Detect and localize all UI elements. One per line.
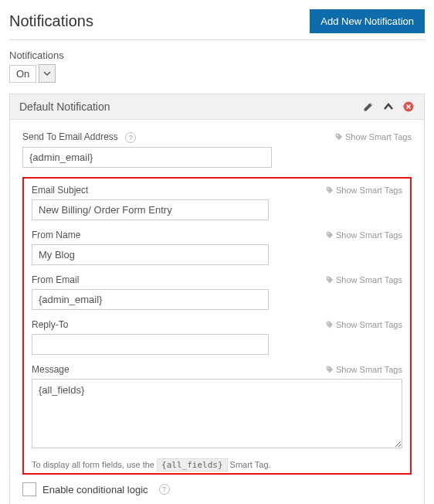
subject-label: Email Subject	[32, 185, 88, 196]
add-notification-button[interactable]: Add New Notification	[310, 9, 425, 33]
svg-point-6	[327, 367, 329, 369]
smart-tags-toggle[interactable]: Show Smart Tags	[326, 230, 402, 240]
svg-point-5	[327, 322, 329, 324]
page-title: Notifications	[9, 12, 93, 30]
collapse-button[interactable]	[382, 100, 395, 113]
notifications-toggle-dropdown[interactable]	[39, 64, 56, 83]
tag-icon	[335, 133, 343, 141]
from-email-input[interactable]	[32, 289, 269, 310]
from-name-input[interactable]	[32, 244, 269, 265]
edit-button[interactable]	[362, 100, 375, 113]
smart-tags-toggle[interactable]: Show Smart Tags	[335, 132, 412, 141]
tag-icon	[326, 231, 334, 239]
conditional-logic-row: Enable conditional logic ?	[22, 482, 412, 496]
all-fields-hint: To display all form fields, use the {all…	[32, 460, 402, 470]
conditional-logic-label: Enable conditional logic	[42, 484, 148, 495]
field-reply-to: Reply-To Show Smart Tags	[32, 319, 402, 355]
from-name-label: From Name	[32, 230, 80, 240]
smart-tags-toggle[interactable]: Show Smart Tags	[326, 365, 402, 374]
all-fields-code: {all_fields}	[157, 458, 227, 472]
reply-to-input[interactable]	[32, 334, 269, 355]
smart-tags-toggle[interactable]: Show Smart Tags	[326, 186, 402, 195]
send-to-label: Send To Email Address	[22, 131, 118, 142]
conditional-logic-checkbox[interactable]	[22, 482, 36, 496]
field-subject: Email Subject Show Smart Tags	[32, 185, 402, 220]
notifications-toggle-label: Notifications	[9, 49, 425, 61]
smart-tags-toggle[interactable]: Show Smart Tags	[326, 320, 402, 329]
panel-header: Default Notification	[10, 94, 424, 120]
tag-icon	[326, 366, 334, 373]
field-message: Message Show Smart Tags	[32, 364, 402, 451]
tag-icon	[326, 321, 334, 329]
page-header: Notifications Add New Notification	[9, 9, 425, 40]
close-circle-icon	[403, 101, 414, 112]
panel-title: Default Notification	[19, 100, 110, 113]
notifications-toggle-group: Notifications On	[9, 49, 425, 83]
from-email-label: From Email	[32, 274, 79, 285]
delete-button[interactable]	[402, 100, 415, 113]
send-to-input[interactable]	[22, 147, 272, 168]
chevron-up-icon	[383, 101, 394, 112]
subject-input[interactable]	[32, 199, 269, 220]
tag-icon	[326, 186, 334, 194]
svg-point-3	[327, 233, 329, 234]
svg-point-1	[337, 135, 338, 136]
smart-tags-toggle[interactable]: Show Smart Tags	[326, 275, 402, 284]
panel-body: Send To Email Address ? Show Smart Tags …	[10, 120, 424, 504]
notification-panel: Default Notification Send To Email Addre…	[9, 94, 425, 504]
chevron-down-icon	[43, 70, 51, 77]
message-label: Message	[32, 364, 70, 375]
field-from-name: From Name Show Smart Tags	[32, 230, 402, 265]
reply-to-label: Reply-To	[32, 319, 68, 330]
svg-point-2	[327, 188, 329, 189]
panel-actions	[362, 100, 415, 113]
message-textarea[interactable]	[32, 379, 402, 448]
tag-icon	[326, 276, 334, 284]
help-icon[interactable]: ?	[159, 484, 170, 495]
help-icon[interactable]: ?	[125, 132, 136, 143]
notifications-toggle-value[interactable]: On	[9, 65, 36, 83]
pencil-icon	[363, 101, 374, 112]
field-send-to: Send To Email Address ? Show Smart Tags	[22, 131, 412, 168]
highlighted-fields: Email Subject Show Smart Tags From Name …	[22, 177, 412, 475]
svg-point-4	[327, 278, 329, 279]
field-from-email: From Email Show Smart Tags	[32, 274, 402, 310]
